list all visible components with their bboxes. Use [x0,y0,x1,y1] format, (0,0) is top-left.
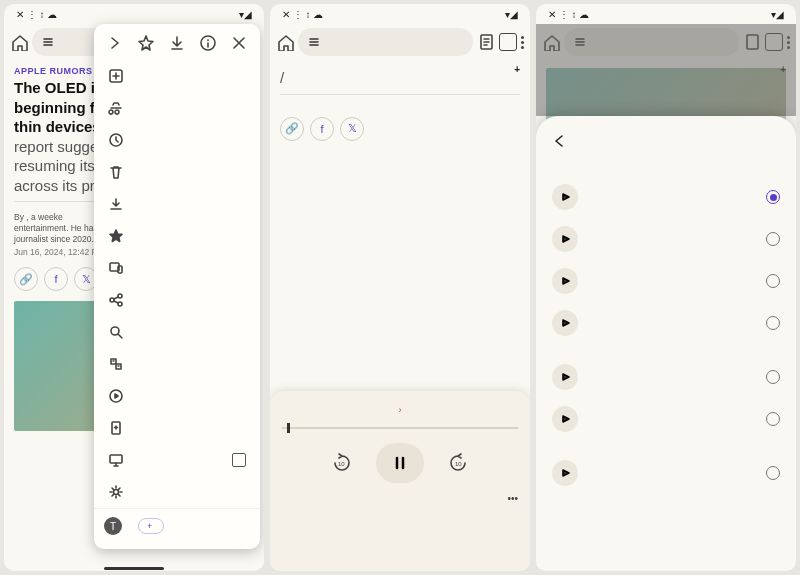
play-circle-icon [108,388,124,404]
translate-icon [108,356,124,372]
menu-site-chip[interactable]: T + [94,508,260,543]
link-icon[interactable]: 🔗 [14,267,38,291]
scrubber[interactable] [282,427,518,429]
back-icon[interactable] [550,132,568,150]
url-bar[interactable] [298,28,473,56]
play-icon[interactable] [552,184,578,210]
menu-bookmarks[interactable] [94,220,260,252]
home-icon[interactable] [276,33,294,51]
player-source[interactable]: › [282,405,518,415]
monitor-icon [108,452,124,468]
menu-new-tab[interactable] [94,60,260,92]
tune-icon [308,36,320,48]
link-icon[interactable]: 🔗 [280,117,304,141]
voice-item-field[interactable] [550,260,782,302]
radio[interactable] [766,232,780,246]
menu-incognito[interactable] [94,92,260,124]
phone-2: ✕ ⋮ ↕ ☁ ▾◢ + / 🔗 f 𝕏 › [270,4,530,571]
menu-share[interactable] [94,284,260,316]
site-avatar: T [104,517,122,535]
play-icon[interactable] [552,226,578,252]
download-icon[interactable] [168,34,186,52]
audio-player: › 10 10 ••• [270,391,530,571]
svg-text:10: 10 [455,461,462,467]
facebook-icon[interactable]: f [44,267,68,291]
devices-icon [108,260,124,276]
menu-recent-tabs[interactable] [94,252,260,284]
radio[interactable] [766,412,780,426]
voice-sheet [536,116,796,571]
svg-text:10: 10 [338,461,345,467]
svg-rect-11 [110,455,122,463]
wifi-icon: ▾◢ [239,9,252,20]
radio[interactable] [766,370,780,384]
twitter-icon[interactable]: 𝕏 [340,117,364,141]
phone-1: ✕ ⋮ ↕ ☁ ▾◢ APPLE RUMORS / … The OLED iPa… [4,4,264,571]
play-icon[interactable] [552,406,578,432]
menu-translate[interactable] [94,348,260,380]
player-more-icon[interactable]: ••• [507,493,518,504]
star-icon[interactable] [137,34,155,52]
status-icons: ✕ ⋮ ↕ ☁ [548,9,589,20]
byline [270,99,530,107]
radio[interactable] [766,466,780,480]
close-icon[interactable] [230,34,248,52]
headline: / [270,66,530,90]
facebook-icon[interactable]: f [310,117,334,141]
phone-plus-icon [108,420,124,436]
menu-history[interactable] [94,124,260,156]
voice-item-ruby[interactable] [550,176,782,218]
forward-10-button[interactable]: 10 [444,449,472,477]
rewind-10-button[interactable]: 10 [328,449,356,477]
voice-item-river[interactable] [550,218,782,260]
radio[interactable] [766,316,780,330]
tune-icon [42,36,54,48]
star-icon [108,228,124,244]
svg-rect-4 [118,266,122,273]
menu-downloads[interactable] [94,188,260,220]
reader-icon[interactable] [477,33,495,51]
wifi-icon: ▾◢ [505,9,518,20]
comments-count[interactable] [380,124,385,134]
play-icon[interactable] [552,460,578,486]
menu-listen[interactable] [94,380,260,412]
site-menu-button[interactable]: + [777,64,786,75]
browser-overflow-menu: T + [94,24,260,549]
radio-selected[interactable] [766,190,780,204]
home-icon[interactable] [10,33,28,51]
scrim-overlay[interactable] [536,24,796,116]
voice-item-cloud[interactable] [550,356,782,398]
menu-find[interactable] [94,316,260,348]
status-bar: ✕ ⋮ ↕ ☁ ▾◢ [4,4,264,24]
pause-button[interactable] [376,443,424,483]
plus-box-icon [108,68,124,84]
voice-item-lake[interactable] [550,452,782,494]
voice-item-dale[interactable] [550,398,782,440]
site-menu-button[interactable]: + [511,64,520,75]
info-icon[interactable] [199,34,217,52]
search-icon [108,324,124,340]
play-icon[interactable] [552,310,578,336]
menu-desktop-site[interactable] [94,444,260,476]
incognito-icon [108,100,124,116]
wifi-icon: ▾◢ [771,9,784,20]
phone-3: ✕ ⋮ ↕ ☁ ▾◢ + [536,4,796,571]
play-icon[interactable] [552,364,578,390]
share-bar: 🔗 f 𝕏 [270,113,530,145]
voice-item-moss[interactable] [550,302,782,344]
menu-clear-data[interactable] [94,156,260,188]
desktop-site-checkbox[interactable] [232,453,246,467]
menu-settings[interactable] [94,476,260,508]
radio[interactable] [766,274,780,288]
play-icon[interactable] [552,268,578,294]
menu-add-home[interactable] [94,412,260,444]
history-icon [108,132,124,148]
follow-button[interactable]: + [138,518,164,534]
overflow-icon[interactable] [521,36,524,49]
tab-count[interactable] [499,33,517,51]
share-icon [108,292,124,308]
status-icons: ✕ ⋮ ↕ ☁ [16,9,57,20]
status-bar: ✕ ⋮ ↕ ☁ ▾◢ [536,4,796,24]
gear-icon [108,484,124,500]
forward-icon[interactable] [106,34,124,52]
